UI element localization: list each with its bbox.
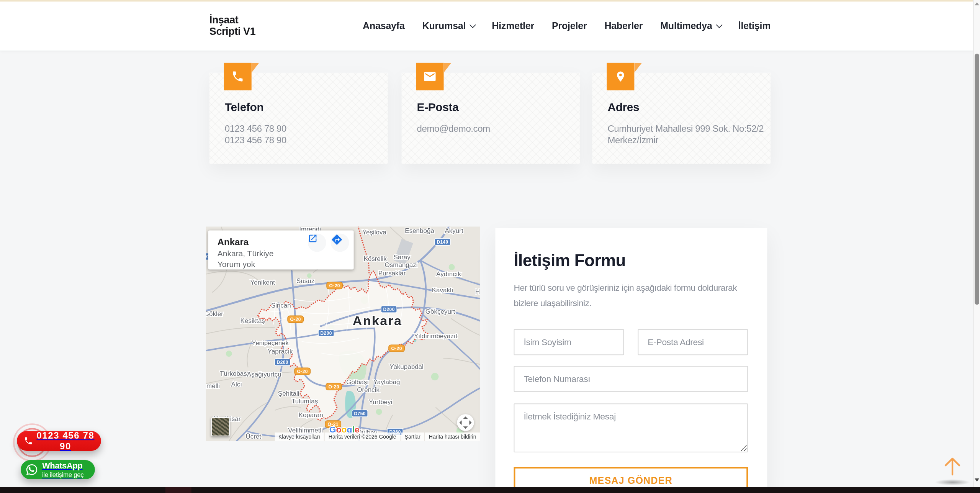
phone-icon (224, 63, 252, 90)
contact-card-adres: Adres Cumhuriyet Mahallesi 999 Sok. No:5… (592, 73, 771, 164)
road-badge-d750: D750 (352, 410, 368, 417)
nav-item-multimedya[interactable]: Multimedya (660, 21, 720, 31)
chevron-down-icon (470, 22, 476, 28)
svg-text:D140: D140 (437, 239, 448, 245)
map-attribution-item[interactable]: Harita hatası bildirin (425, 432, 480, 441)
card-title: Telefon (225, 100, 264, 113)
map-label: Yenipeçenek (252, 339, 289, 347)
scroll-to-top-button[interactable] (942, 456, 963, 476)
main-nav: Anasayfa Kurumsal Hizmetler Projeler Hab… (363, 2, 771, 51)
contact-form: MESAJ GÖNDER (514, 329, 749, 493)
location-icon (607, 63, 634, 90)
logo-line1: İnşaat (209, 15, 256, 26)
phone-field[interactable] (514, 366, 748, 392)
whatsapp-button[interactable]: WhatsApp ile iletişime geç (21, 460, 95, 479)
email-field[interactable] (638, 329, 748, 355)
site-logo[interactable]: İnşaat Scripti V1 (209, 15, 256, 37)
whatsapp-icon (25, 463, 38, 476)
road-badge-o-20: O-20 (327, 282, 342, 289)
svg-text:O-20: O-20 (329, 283, 340, 288)
satellite-layer-toggle[interactable] (211, 417, 230, 436)
map-label: Ankara (353, 313, 402, 328)
map-label: Yurtbeyi (369, 398, 392, 406)
scrollbar-thumb[interactable] (975, 54, 979, 305)
phone-number: 0123 456 78 90 (225, 123, 378, 134)
svg-text:O-20: O-20 (290, 317, 301, 322)
map-place-title: Ankara (218, 237, 249, 247)
map-label: Yeşilova (362, 229, 386, 236)
map-label: Kesiktaş (241, 317, 265, 324)
map-label: Pursaklar (378, 270, 406, 277)
map-label: Kösrelik (363, 255, 387, 262)
map-attribution-item[interactable]: Klavye kısayolları (275, 432, 324, 441)
name-field[interactable] (514, 329, 624, 355)
map-label: Yıldırımbeyazıt (414, 332, 458, 340)
map-place-reviews: Yorum yok (218, 259, 255, 269)
map-label: Osmangazi (385, 261, 418, 269)
nav-item-kurumsal[interactable]: Kurumsal (422, 21, 474, 31)
nav-item-projeler[interactable]: Projeler (552, 21, 587, 31)
card-lines: 0123 456 78 90 0123 456 78 90 (225, 123, 378, 146)
road-badge-d200: D200 (318, 329, 334, 336)
svg-text:D200: D200 (321, 331, 332, 336)
open-in-new-button[interactable] (308, 234, 326, 252)
road-badge-o-20: O-20 (288, 316, 303, 323)
call-button[interactable]: 0123 456 78 90 (17, 431, 101, 451)
nav-item-haberler[interactable]: Haberler (604, 21, 643, 31)
map-label: Gökçeyurt (425, 308, 455, 315)
map-label: Kavaklı (432, 287, 453, 294)
arrow-up-icon (942, 456, 963, 476)
map-label: Susuz (296, 277, 314, 285)
whatsapp-title: WhatsApp (42, 462, 83, 470)
message-field[interactable] (514, 403, 748, 452)
card-title: Adres (607, 100, 639, 113)
nav-item-anasayfa[interactable]: Anasayfa (363, 21, 405, 31)
map-label: Türkobası (220, 370, 249, 377)
map-attribution-item[interactable]: Şartlar (401, 432, 424, 441)
directions-button[interactable] (331, 234, 349, 252)
form-title: İletişim Formu (514, 251, 749, 271)
phone-icon (24, 436, 33, 446)
map-label: Ücret (245, 433, 261, 440)
google-map[interactable]: D1D140O-20D200O-20D200O-20D200O-20O-20D7… (206, 227, 480, 441)
map-label: Esenboğa (405, 227, 434, 234)
map-label: Saray (393, 254, 411, 261)
map-label: Sincan (271, 302, 291, 309)
svg-text:O-20: O-20 (329, 384, 339, 390)
phone-number: 0123 456 78 90 (225, 134, 378, 146)
card-lines: demo@demo.com (417, 123, 570, 134)
road-badge-o-20: O-20 (326, 383, 342, 390)
nav-item-hizmetler[interactable]: Hizmetler (492, 21, 534, 31)
footer-top-strip (0, 487, 980, 493)
svg-text:O-20: O-20 (297, 369, 308, 374)
scrollbar-down-arrow[interactable] (974, 478, 979, 482)
map-label: Koparan (299, 411, 323, 419)
svg-text:D750: D750 (354, 411, 366, 416)
map-attribution-item[interactable]: Harita verileri ©2026 Google (325, 432, 400, 441)
card-lines: Cumhuriyet Mahallesi 999 Sok. No:52/2 Me… (607, 123, 761, 146)
scroll-to-top-shadow (935, 479, 970, 485)
map-label: Şehitali (278, 390, 299, 397)
map-attribution: Klavye kısayollarıHarita verileri ©2026 … (274, 432, 480, 441)
mail-icon (416, 63, 444, 90)
contact-card-eposta: E-Posta demo@demo.com (402, 73, 580, 164)
card-title: E-Posta (417, 100, 459, 113)
open-in-new-icon (308, 234, 318, 244)
scrollbar-up-arrow[interactable] (974, 2, 979, 5)
road-badge-d200: D200 (381, 306, 397, 313)
map-label: Yaylabağ (373, 378, 400, 386)
map-label: Alcı (231, 381, 242, 388)
site-header: İnşaat Scripti V1 Anasayfa Kurumsal Hizm… (0, 2, 980, 51)
chevron-down-icon (716, 22, 723, 28)
contact-card-telefon: Telefon 0123 456 78 90 0123 456 78 90 (209, 73, 388, 164)
map-pan-control[interactable] (457, 414, 474, 431)
map-label: Yapracık (268, 348, 293, 355)
logo-line2: Scripti V1 (209, 26, 256, 37)
nav-item-iletisim[interactable]: İletişim (738, 21, 771, 31)
browser-scrollbar[interactable] (973, 0, 980, 493)
road-badge-o-20: O-20 (389, 345, 404, 352)
directions-icon (331, 234, 343, 246)
map-label: emelli (206, 382, 220, 390)
map-label: Yenikent (250, 279, 275, 286)
whatsapp-labels: WhatsApp ile iletişime geç (42, 462, 83, 478)
